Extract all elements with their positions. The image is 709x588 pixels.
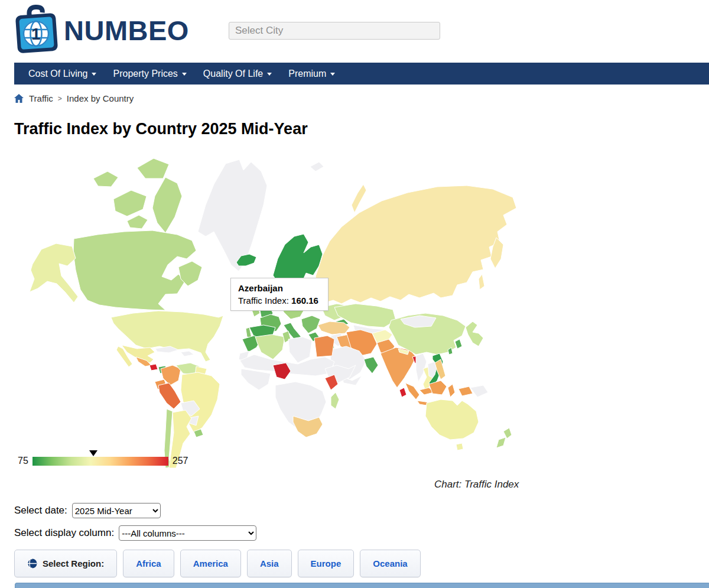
display-column-select[interactable]: ---All columns--- — [119, 525, 256, 541]
country-myanmar[interactable] — [416, 353, 427, 382]
home-icon[interactable] — [14, 94, 24, 103]
date-select[interactable]: 2025 Mid-Year — [72, 503, 161, 518]
country-russia[interactable] — [352, 184, 366, 213]
country-russia[interactable] — [479, 274, 484, 290]
country-egypt[interactable] — [314, 336, 334, 357]
country-alaska[interactable] — [30, 243, 78, 303]
breadcrumb: Traffic > Index by Country — [14, 93, 134, 103]
country-algeria[interactable] — [255, 334, 285, 359]
chevron-down-icon — [92, 73, 96, 76]
svg-text:1: 1 — [31, 25, 41, 43]
country-india[interactable] — [380, 347, 416, 388]
country-canada[interactable] — [113, 190, 147, 216]
country-madagascar[interactable] — [331, 392, 339, 409]
select-date-label: Select date: — [14, 505, 67, 516]
breadcrumb-index-by-country[interactable]: Index by Country — [67, 93, 134, 103]
globe-icon — [27, 558, 37, 568]
country-usa[interactable] — [111, 311, 223, 362]
chevron-down-icon — [330, 73, 335, 76]
country-canada[interactable] — [152, 177, 182, 233]
tooltip-country: Azerbaijan — [238, 283, 321, 293]
region-button-europe[interactable]: Europe — [298, 550, 354, 577]
numbeo-logo[interactable]: 1 NUMBEO — [14, 5, 189, 56]
table-header-strip — [15, 583, 709, 588]
select-column-label: Select display column: — [14, 527, 114, 539]
nav-quality-of-life[interactable]: Quality Of Life — [195, 69, 280, 79]
country-peru[interactable] — [158, 383, 181, 409]
chart-caption: Chart: Traffic Index — [434, 479, 519, 490]
country-costa_rica[interactable] — [149, 364, 158, 371]
country-russia[interactable] — [316, 186, 516, 304]
country-canada[interactable] — [73, 230, 196, 310]
page-title: Traffic Index by Country 2025 Mid-Year — [14, 120, 308, 138]
country-new_zealand[interactable] — [496, 437, 506, 448]
country-hispaniola[interactable] — [181, 351, 194, 356]
country-australia[interactable] — [456, 443, 463, 450]
region-button-row: Select Region: Africa America Asia Europ… — [14, 550, 421, 577]
nav-label: Cost Of Living — [28, 69, 87, 79]
nav-label: Property Prices — [113, 69, 177, 79]
select-region-label: Select Region: — [43, 558, 104, 568]
country-canada[interactable] — [93, 171, 118, 187]
country-greenland[interactable] — [198, 160, 267, 271]
chevron-down-icon — [267, 73, 272, 76]
country-sri_lanka[interactable] — [399, 388, 406, 397]
region-button-asia[interactable]: Asia — [247, 550, 292, 577]
breadcrumb-separator: > — [58, 95, 62, 103]
country-australia[interactable] — [425, 399, 479, 440]
country-papua_new_guinea[interactable] — [470, 385, 488, 397]
legend-gradient — [32, 457, 168, 466]
country-japan[interactable] — [466, 321, 483, 346]
select-city-input[interactable] — [229, 22, 440, 40]
region-button-america[interactable]: America — [180, 550, 241, 577]
tooltip-value: 160.16 — [291, 295, 318, 306]
nav-label: Quality Of Life — [203, 69, 263, 79]
country-canada[interactable] — [137, 158, 169, 178]
logo-text: NUMBEO — [64, 14, 189, 47]
tooltip-metric-label: Traffic Index: — [238, 295, 289, 306]
map-legend: 75 257 — [18, 456, 188, 466]
map-tooltip: Azerbaijan Traffic Index: 160.16 — [230, 278, 329, 311]
country-indonesia[interactable] — [405, 383, 419, 399]
select-region-button[interactable]: Select Region: — [14, 550, 117, 577]
tooltip-value-line: Traffic Index: 160.16 — [238, 295, 321, 306]
legend-min: 75 — [18, 456, 28, 466]
nav-label: Premium — [288, 69, 326, 79]
country-svalbard[interactable] — [310, 162, 324, 171]
numbeo-logo-icon: 1 — [14, 5, 60, 56]
country-balkans[interactable] — [301, 316, 320, 333]
country-canada[interactable] — [127, 215, 148, 229]
country-turkey[interactable] — [318, 321, 350, 334]
country-libya[interactable] — [288, 337, 312, 363]
select-date-row: Select date: 2025 Mid-Year — [14, 503, 161, 518]
chevron-down-icon — [182, 73, 187, 76]
main-nav: Cost Of Living Property Prices Quality O… — [14, 63, 709, 85]
country-new_zealand[interactable] — [503, 428, 512, 438]
country-uae_oman[interactable] — [364, 357, 378, 373]
nav-premium[interactable]: Premium — [280, 69, 343, 79]
region-button-africa[interactable]: Africa — [123, 550, 174, 577]
nav-cost-of-living[interactable]: Cost Of Living — [20, 69, 105, 79]
country-west_africa[interactable] — [241, 369, 271, 390]
legend-max: 257 — [173, 456, 188, 466]
legend-marker-icon — [89, 450, 97, 456]
region-button-oceania[interactable]: Oceania — [360, 550, 420, 577]
country-indonesia[interactable] — [448, 384, 455, 397]
nav-property-prices[interactable]: Property Prices — [105, 69, 194, 79]
select-column-row: Select display column: ---All columns--- — [14, 525, 256, 541]
breadcrumb-traffic[interactable]: Traffic — [29, 93, 53, 103]
